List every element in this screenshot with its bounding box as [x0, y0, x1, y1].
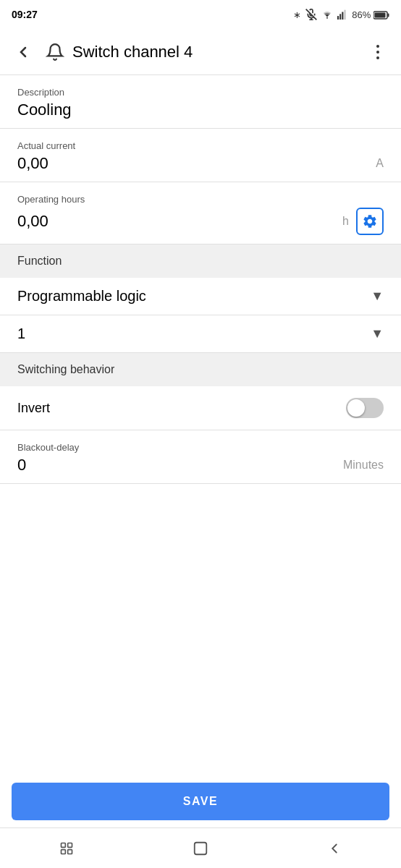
time-display: 09:27	[12, 9, 38, 20]
invert-toggle[interactable]	[346, 398, 384, 418]
svg-rect-13	[62, 849, 66, 854]
operating-hours-value-row: 0,00 h	[17, 208, 384, 235]
blackout-delay-unit: Minutes	[343, 459, 384, 472]
invert-toggle-row: Invert	[0, 386, 401, 430]
status-icons: ∗	[293, 9, 389, 20]
operating-hours-settings-button[interactable]	[356, 208, 384, 235]
svg-rect-15	[195, 842, 207, 854]
operating-hours-unit: h	[342, 215, 349, 228]
save-bar: SAVE	[0, 775, 401, 827]
app-bar: Switch channel 4	[0, 29, 401, 75]
recent-apps-button[interactable]	[45, 834, 88, 863]
back-button[interactable]	[6, 35, 41, 69]
description-value-row: Cooling	[17, 101, 384, 119]
content-area: Description Cooling Actual current 0,00 …	[0, 75, 401, 484]
function-section-header: Function	[0, 244, 401, 278]
svg-rect-10	[375, 13, 386, 18]
blackout-delay-field: Blackout-delay 0 Minutes	[0, 430, 401, 484]
page-title: Switch channel 4	[72, 43, 360, 61]
actual-current-field: Actual current 0,00 A	[0, 129, 401, 182]
svg-rect-11	[62, 843, 66, 847]
status-bar: 09:27 ∗	[0, 0, 401, 29]
mute-icon	[305, 9, 317, 20]
number-dropdown[interactable]: 1 ▼	[0, 315, 401, 353]
bluetooth-icon: ∗	[293, 9, 301, 20]
logic-dropdown[interactable]: Programmable logic ▼	[0, 278, 401, 315]
description-label: Description	[17, 87, 384, 98]
svg-rect-7	[345, 10, 346, 20]
svg-rect-14	[68, 849, 72, 854]
toggle-knob	[347, 399, 365, 417]
actual-current-label: Actual current	[17, 140, 384, 151]
more-options-button[interactable]	[360, 35, 395, 69]
description-field: Description Cooling	[0, 75, 401, 129]
back-nav-button[interactable]	[313, 834, 356, 863]
wifi-icon	[321, 9, 333, 20]
svg-rect-9	[388, 14, 389, 17]
operating-hours-label: Operating hours	[17, 194, 384, 205]
home-button[interactable]	[179, 834, 222, 863]
svg-rect-5	[339, 14, 341, 20]
blackout-delay-value: 0	[17, 456, 26, 475]
navigation-bar	[0, 827, 401, 868]
operating-hours-field: Operating hours 0,00 h	[0, 182, 401, 244]
switching-section-header: Switching behavior	[0, 353, 401, 386]
notifications-button[interactable]	[41, 35, 69, 69]
actual-current-unit: A	[376, 157, 384, 170]
logic-dropdown-value: Programmable logic	[17, 288, 146, 305]
blackout-delay-label: Blackout-delay	[17, 442, 384, 453]
blackout-delay-value-row: 0 Minutes	[17, 456, 384, 475]
svg-rect-4	[337, 16, 339, 20]
actual-current-value: 0,00	[17, 154, 48, 173]
svg-rect-6	[342, 12, 344, 20]
battery-display: 86%	[352, 9, 389, 20]
svg-point-3	[326, 17, 328, 19]
svg-rect-12	[68, 843, 72, 847]
number-dropdown-value: 1	[17, 326, 25, 342]
signal-icon	[337, 9, 347, 20]
operating-hours-value: 0,00	[17, 212, 48, 231]
logic-dropdown-arrow-icon: ▼	[371, 289, 384, 304]
save-button[interactable]: SAVE	[12, 783, 389, 820]
description-value: Cooling	[17, 101, 72, 119]
number-dropdown-arrow-icon: ▼	[371, 326, 384, 341]
actual-current-value-row: 0,00 A	[17, 154, 384, 173]
invert-label: Invert	[17, 401, 50, 416]
three-dots-icon	[376, 45, 379, 59]
